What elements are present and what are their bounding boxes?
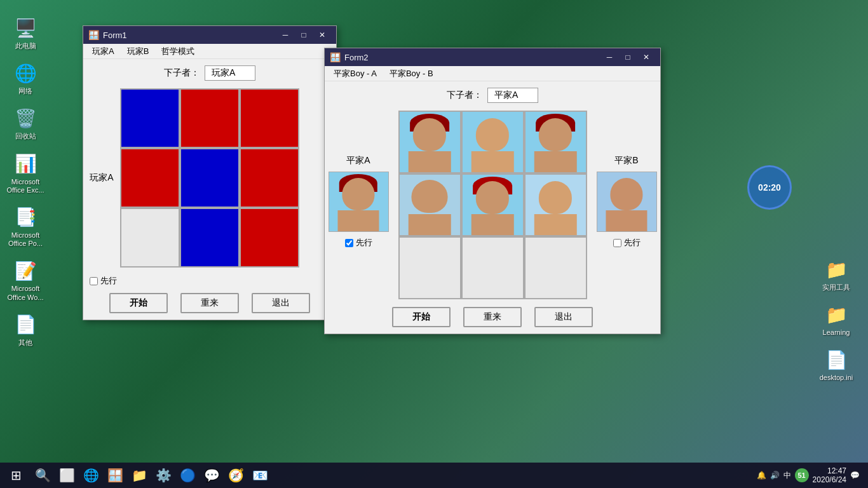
form1-cell-1-0[interactable] [121,149,179,207]
taskbar-notification-icon[interactable]: 💬 [850,471,860,480]
form2-cell-2-1[interactable] [463,238,523,298]
form2-window-controls: ─ □ ✕ [600,50,655,64]
form2-cell-2-2[interactable] [526,238,586,298]
form1-cell-2-1[interactable] [181,209,238,266]
taskbar-network-icon: 🔔 [757,471,766,480]
taskbar-store-icon[interactable]: 🪟 [104,464,126,486]
form1-titlebar[interactable]: 🪟 Form1 ─ □ ✕ [83,26,336,44]
form1-board[interactable] [120,88,299,268]
form2-cell-0-1[interactable] [463,112,523,172]
form2-first-move-checkbox[interactable] [345,239,353,247]
form1-cell-2-2[interactable] [241,209,298,266]
taskbar-settings-icon[interactable]: ⚙️ [152,464,175,486]
form1-menu-playera[interactable]: 玩家A [87,44,119,58]
excel-icon-label: Microsoft Office Exc... [6,178,45,194]
form2-player-a-photo [329,172,389,232]
form1-first-move-checkbox[interactable] [90,277,98,285]
form2-playerb-first-move-label: 先行 [624,237,641,248]
tools-icon-label: 实用工具 [822,283,850,292]
recycle-icon: 🗑️ [13,105,38,131]
form2-cell-0-0[interactable] [400,112,460,172]
form2-content: 下子者： 平家A 平家A 先行 [325,81,660,334]
clock-time: 02:20 [758,182,781,193]
form1-cell-0-2[interactable] [241,90,298,147]
desktop-icon-ppt[interactable]: 📑 Microsoft Office Po... [3,202,48,250]
desktop-ini-icon: 📄 [824,347,849,372]
taskbar-time: 12:47 [827,466,846,475]
form2-titlebar[interactable]: 🪟 Form2 ─ □ ✕ [325,48,660,66]
form2-quit-button[interactable]: 退出 [534,307,593,327]
taskbar-fileexplorer-icon[interactable]: 📁 [128,464,151,486]
form1-title-icon: 🪟 [88,30,99,40]
form2-menubar: 平家Boy - A 平家Boy - B [325,66,660,81]
form1-player-name: 玩家A [205,65,255,81]
form2-checkbox-row: 先行 [345,237,372,248]
form2-player-label: 下子者： [447,90,482,101]
form2-cell-2-0[interactable] [400,238,460,298]
form2-cell-1-2[interactable] [526,175,586,235]
form2-title: Form2 [344,53,600,62]
desktop-icon-word[interactable]: 📝 Microsoft Office Wo... [3,255,48,304]
form2-maximize-button[interactable]: □ [619,50,637,64]
desktop-icon-excel[interactable]: 📊 Microsoft Office Exc... [3,149,48,197]
form2-start-button[interactable]: 开始 [392,307,451,327]
form2-cell-1-0[interactable] [400,175,460,235]
form1-cell-1-1[interactable] [181,149,238,207]
form2-minimize-button[interactable]: ─ [600,50,618,64]
taskbar-start-button[interactable]: ⊞ [3,464,29,486]
taskbar-icon9[interactable]: 🧭 [224,464,247,486]
form2-player-a-label: 平家A [342,155,374,166]
desktop-icon-network[interactable]: 🌐 网络 [3,58,48,98]
taskbar-datetime: 12:47 2020/6/24 [813,466,846,484]
desktop-icon-learning[interactable]: 📁 Learning [814,299,858,339]
form2-close-button[interactable]: ✕ [637,50,655,64]
form1-menu-playerb[interactable]: 玩家B [122,44,154,58]
taskbar-search-icon[interactable]: 🔍 [31,464,54,486]
taskbar-language: 中 [783,470,791,481]
word-icon: 📝 [13,258,38,283]
form1-close-button[interactable]: ✕ [313,28,331,42]
form1-reset-button[interactable]: 重来 [180,293,239,313]
desktop-ini-label: desktop.ini [820,374,853,382]
form2-playerb-first-move-checkbox[interactable] [613,239,621,247]
desktop-icon-tools[interactable]: 📁 实用工具 [814,254,858,294]
form2-menu-playera[interactable]: 平家Boy - A [329,67,382,81]
ppt-icon-label: Microsoft Office Po... [6,231,45,248]
form1-cell-0-0[interactable] [121,90,179,147]
form1-player-label: 下子者： [164,67,200,79]
desktop-icon-computer[interactable]: 🖥️ 此电脑 [3,13,48,53]
form1-menu-philosophy[interactable]: 哲学模式 [156,44,200,58]
form1-quit-button[interactable]: 退出 [252,293,310,313]
desktop-icon-other[interactable]: 📄 其他 [3,309,48,349]
desktop-icon-desktop-ini[interactable]: 📄 desktop.ini [814,344,858,384]
form1-player-a-label: 玩家A [90,172,114,184]
form1-cell-0-1[interactable] [181,90,238,147]
recycle-icon-label: 回收站 [15,132,36,140]
form1-maximize-button[interactable]: □ [295,28,313,42]
taskbar-taskview-icon[interactable]: ⬜ [55,464,78,486]
taskbar-browser-icon[interactable]: 🌐 [79,464,102,486]
taskbar: ⊞ 🔍 ⬜ 🌐 🪟 📁 ⚙️ 🔵 💬 🧭 📧 🔔 🔊 中 51 12:47 20… [0,463,868,488]
form2-cell-1-1[interactable] [463,175,523,235]
desktop-icons-right: 📁 实用工具 📁 Learning 📄 desktop.ini [804,0,868,463]
taskbar-icon10[interactable]: 📧 [248,464,271,486]
form2-board[interactable] [398,111,587,299]
form2-reset-button[interactable]: 重来 [463,307,522,327]
form2-current-player-row: 下子者： 平家A [331,88,654,103]
form1-start-button[interactable]: 开始 [109,293,168,313]
network-icon: 🌐 [13,60,38,86]
network-icon-label: 网络 [18,87,32,95]
form2-cell-0-2[interactable] [526,112,586,172]
form1-cell-1-2[interactable] [241,149,298,207]
taskbar-icon8[interactable]: 💬 [200,464,223,486]
form1-content: 下子者： 玩家A 玩家A [83,59,336,320]
learning-icon-label: Learning [823,329,850,337]
form1-game-area: 玩家A [90,88,330,268]
form1-minimize-button[interactable]: ─ [276,28,294,42]
taskbar-right: 🔔 🔊 中 51 12:47 2020/6/24 💬 [757,466,865,484]
desktop-icon-recycle[interactable]: 🗑️ 回收站 [3,103,48,143]
form2-menu-playerb[interactable]: 平家Boy - B [384,67,438,81]
form1-cell-2-0[interactable] [121,209,179,266]
form1-checkbox-row: 先行 [90,275,330,287]
taskbar-icon7[interactable]: 🔵 [176,464,199,486]
